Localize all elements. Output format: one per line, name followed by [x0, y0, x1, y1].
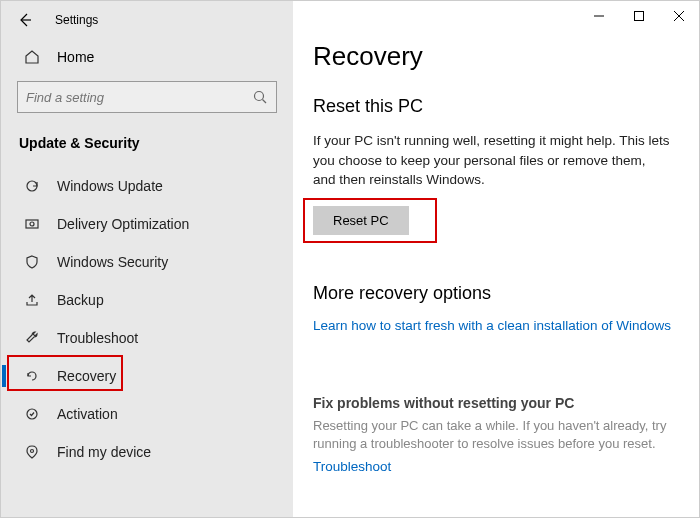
- svg-point-2: [30, 222, 34, 226]
- sidebar-item-label: Windows Update: [57, 178, 163, 194]
- troubleshoot-link[interactable]: Troubleshoot: [313, 459, 671, 474]
- reset-section-body: If your PC isn't running well, resetting…: [313, 131, 671, 190]
- svg-point-0: [255, 92, 264, 101]
- fresh-start-link[interactable]: Learn how to start fresh with a clean in…: [313, 318, 671, 333]
- search-input[interactable]: [26, 90, 252, 105]
- search-icon: [252, 89, 268, 105]
- reset-pc-button[interactable]: Reset PC: [313, 206, 409, 235]
- search-input-wrap[interactable]: [17, 81, 277, 113]
- sidebar-section-head: Update & Security: [1, 121, 293, 167]
- sidebar-item-windows-security[interactable]: Windows Security: [1, 243, 293, 281]
- svg-point-4: [31, 450, 34, 453]
- delivery-icon: [23, 216, 41, 232]
- svg-rect-1: [26, 220, 38, 228]
- sidebar-item-recovery[interactable]: Recovery: [1, 357, 293, 395]
- reset-section-title: Reset this PC: [313, 96, 671, 117]
- recovery-icon: [23, 368, 41, 384]
- minimize-button[interactable]: [579, 1, 619, 31]
- location-icon: [23, 444, 41, 460]
- sidebar-item-home[interactable]: Home: [1, 39, 293, 75]
- sidebar-item-label: Windows Security: [57, 254, 168, 270]
- window-title: Settings: [55, 13, 98, 27]
- close-button[interactable]: [659, 1, 699, 31]
- sidebar-item-label: Activation: [57, 406, 118, 422]
- sidebar-item-windows-update[interactable]: Windows Update: [1, 167, 293, 205]
- home-icon: [23, 49, 41, 65]
- sidebar-item-label: Backup: [57, 292, 104, 308]
- sidebar-item-backup[interactable]: Backup: [1, 281, 293, 319]
- page-title: Recovery: [313, 41, 671, 72]
- more-options-title: More recovery options: [313, 283, 671, 304]
- svg-rect-5: [635, 12, 644, 21]
- sidebar-item-label: Recovery: [57, 368, 116, 384]
- sidebar-item-label: Delivery Optimization: [57, 216, 189, 232]
- maximize-button[interactable]: [619, 1, 659, 31]
- fix-problems-title: Fix problems without resetting your PC: [313, 395, 671, 411]
- sidebar-item-find-my-device[interactable]: Find my device: [1, 433, 293, 471]
- sidebar-item-delivery-optimization[interactable]: Delivery Optimization: [1, 205, 293, 243]
- shield-icon: [23, 254, 41, 270]
- backup-icon: [23, 292, 41, 308]
- activation-icon: [23, 406, 41, 422]
- sidebar-item-label: Troubleshoot: [57, 330, 138, 346]
- sync-icon: [23, 178, 41, 194]
- home-label: Home: [57, 49, 94, 65]
- fix-problems-body: Resetting your PC can take a while. If y…: [313, 417, 671, 453]
- sidebar-item-troubleshoot[interactable]: Troubleshoot: [1, 319, 293, 357]
- wrench-icon: [23, 330, 41, 346]
- sidebar-item-activation[interactable]: Activation: [1, 395, 293, 433]
- back-button[interactable]: [13, 8, 37, 32]
- sidebar-item-label: Find my device: [57, 444, 151, 460]
